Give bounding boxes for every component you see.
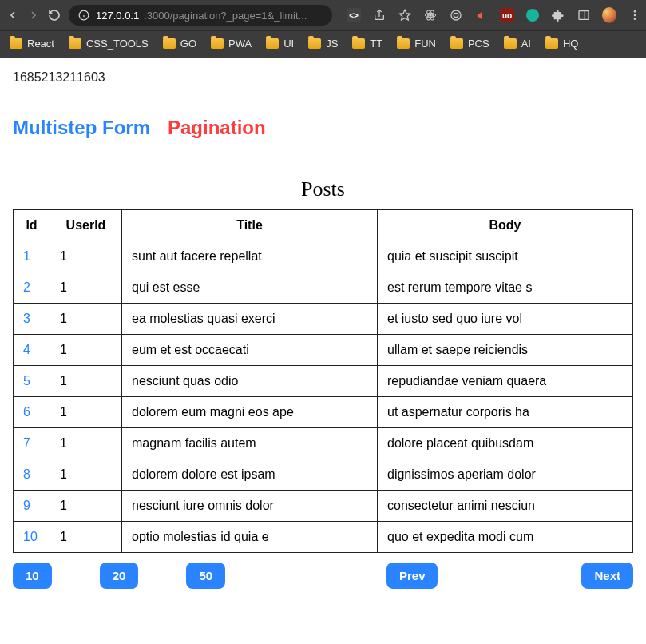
folder-icon [504, 38, 517, 49]
cell-title: magnam facilis autem [122, 428, 378, 459]
nav-pagination-link[interactable]: Pagination [168, 117, 266, 139]
folder-icon [69, 38, 81, 49]
bookmark-item[interactable]: GO [163, 38, 196, 50]
share-icon[interactable] [372, 8, 386, 22]
bookmark-label: PCS [468, 38, 489, 50]
page-content: 1685213211603 Multistep Form Pagination … [0, 58, 646, 602]
back-icon[interactable] [6, 8, 19, 22]
bookmark-item[interactable]: CSS_TOOLS [69, 38, 149, 50]
bookmark-item[interactable]: FUN [397, 38, 436, 50]
cell-userid: 1 [50, 428, 122, 459]
ublock-icon[interactable]: uo [500, 8, 514, 22]
cell-userid: 1 [50, 459, 122, 491]
cell-userid: 1 [50, 335, 122, 366]
limit-10-button[interactable]: 10 [13, 563, 52, 589]
nav-multistep-link[interactable]: Multistep Form [13, 117, 150, 139]
reload-icon[interactable] [48, 8, 61, 22]
folder-icon [450, 38, 463, 49]
address-bar[interactable]: 127.0.0.1:3000/pagination?_page=1&_limit… [69, 5, 332, 26]
folder-icon [163, 38, 176, 49]
bookmark-item[interactable]: AI [504, 38, 531, 50]
prev-button[interactable]: Prev [386, 563, 438, 589]
extensions-icon[interactable] [551, 8, 565, 22]
cell-title: optio molestias id quia e [122, 522, 378, 553]
bookmark-item[interactable]: React [10, 38, 54, 50]
cell-title: nesciunt quas odio [122, 366, 378, 397]
table-header-row: Id UserId Title Body [14, 210, 633, 241]
svg-point-10 [454, 13, 458, 17]
browser-toolbar: 127.0.0.1:3000/pagination?_page=1&_limit… [0, 0, 646, 30]
svg-point-14 [634, 14, 636, 17]
cell-id: 10 [14, 522, 50, 553]
folder-icon [211, 38, 224, 49]
cell-id: 1 [14, 241, 50, 272]
cell-title: nesciunt iure omnis dolor [122, 491, 378, 522]
sound-ext-icon[interactable] [474, 8, 489, 22]
cell-id: 6 [14, 397, 50, 428]
table-row: 81dolorem dolore est ipsamdignissimos ap… [14, 459, 633, 491]
folder-icon [352, 38, 365, 49]
svg-rect-11 [579, 11, 589, 20]
bookmark-item[interactable]: PCS [450, 38, 489, 50]
cell-body: ut aspernatur corporis ha [378, 397, 633, 428]
bookmarks-bar: React CSS_TOOLS GO PWA UI JS TT FUN PCS … [0, 30, 646, 58]
timestamp-text: 1685213211603 [13, 70, 633, 85]
cell-body: ullam et saepe reiciendis [378, 335, 633, 366]
col-body: Body [378, 210, 633, 241]
table-row: 101optio molestias id quia equo et exped… [14, 522, 633, 553]
bookmark-label: HQ [563, 38, 579, 50]
bookmark-item[interactable]: TT [352, 38, 382, 50]
circle-ext-icon[interactable] [449, 8, 463, 22]
bookmark-item[interactable]: UI [266, 38, 294, 50]
limit-50-button[interactable]: 50 [186, 563, 225, 589]
next-button[interactable]: Next [581, 563, 633, 589]
table-row: 51nesciunt quas odiorepudiandae veniam q… [14, 366, 633, 397]
devtools-icon[interactable]: <> [347, 8, 361, 22]
cell-title: ea molestias quasi exerci [122, 304, 378, 335]
posts-table: Id UserId Title Body 11sunt aut facere r… [13, 209, 633, 553]
col-title: Title [122, 210, 378, 241]
cell-userid: 1 [50, 304, 122, 335]
svg-point-15 [634, 18, 636, 20]
cell-userid: 1 [50, 272, 122, 304]
bookmark-label: UI [283, 38, 294, 50]
bookmark-label: CSS_TOOLS [86, 38, 149, 50]
cell-body: quo et expedita modi cum [378, 522, 633, 553]
cell-title: qui est esse [122, 272, 378, 304]
forward-icon[interactable] [27, 8, 40, 22]
toolbar-actions: <> uo [347, 8, 642, 22]
limit-20-button[interactable]: 20 [100, 563, 139, 589]
cell-body: consectetur animi nesciun [378, 491, 633, 522]
svg-point-5 [430, 14, 432, 17]
menu-icon[interactable] [628, 8, 642, 22]
cell-body: dignissimos aperiam dolor [378, 459, 633, 491]
svg-point-9 [451, 10, 461, 20]
profile-avatar[interactable] [602, 8, 616, 22]
url-host: 127.0.0.1 [96, 10, 139, 22]
table-row: 71magnam facilis autemdolore placeat qui… [14, 428, 633, 459]
folder-icon [308, 38, 321, 49]
panel-icon[interactable] [577, 8, 591, 22]
cell-id: 2 [14, 272, 50, 304]
cell-userid: 1 [50, 522, 122, 553]
col-id: Id [14, 210, 50, 241]
cell-body: est rerum tempore vitae s [378, 272, 633, 304]
folder-icon [266, 38, 279, 49]
react-devtools-icon[interactable] [423, 8, 438, 22]
table-title: Posts [13, 177, 633, 201]
cell-userid: 1 [50, 241, 122, 272]
cell-body: dolore placeat quibusdam [378, 428, 633, 459]
pagination-controls: 10 20 50 Prev Next [13, 563, 633, 589]
cell-id: 7 [14, 428, 50, 459]
cell-id: 9 [14, 491, 50, 522]
bookmark-label: TT [370, 38, 382, 50]
star-icon[interactable] [398, 8, 412, 22]
bookmark-label: React [27, 38, 54, 50]
teal-ext-icon[interactable] [525, 8, 540, 22]
bookmark-item[interactable]: PWA [211, 38, 252, 50]
bookmark-item[interactable]: HQ [545, 38, 579, 50]
bookmark-item[interactable]: JS [308, 38, 338, 50]
cell-body: quia et suscipit suscipit [378, 241, 633, 272]
table-row: 91nesciunt iure omnis dolorconsectetur a… [14, 491, 633, 522]
table-row: 41eum et est occaecatiullam et saepe rei… [14, 335, 633, 366]
